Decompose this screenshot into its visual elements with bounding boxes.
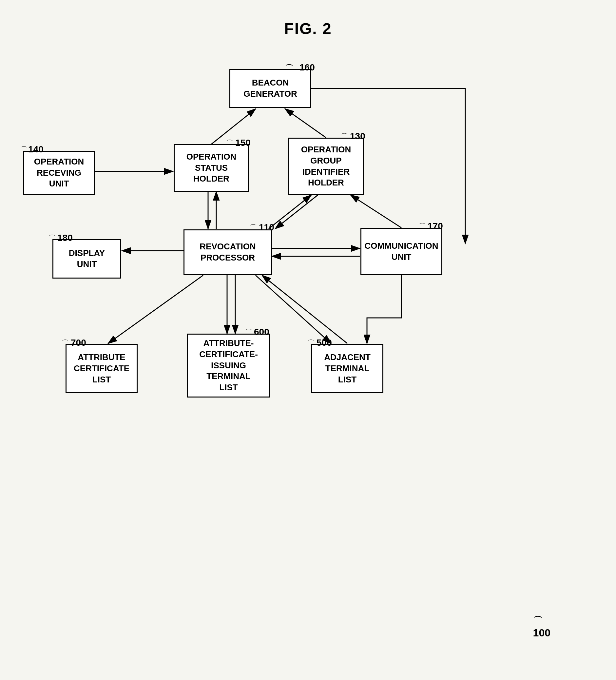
display-unit-marker: ⌒ — [49, 233, 56, 243]
beacon-generator-ref: 160 — [299, 62, 315, 73]
svg-line-17 — [262, 275, 347, 343]
communication-unit-box: COMMUNICATIONUNIT — [360, 228, 442, 275]
operation-group-ref: 130 — [350, 131, 365, 142]
operation-status-ref: 150 — [235, 138, 251, 148]
operation-receiving-marker: ⌒ — [20, 145, 28, 155]
adjacent-terminal-marker: ⌒ — [307, 338, 315, 348]
svg-line-8 — [269, 195, 311, 229]
attribute-cert-list-box: ATTRIBUTECERTIFICATELIST — [65, 344, 138, 393]
operation-receiving-ref: 140 — [28, 144, 43, 155]
display-unit-box: DISPLAYUNIT — [52, 239, 121, 279]
attr-cert-issuing-label: ATTRIBUTE-CERTIFICATE-ISSUINGTERMINALLIS… — [199, 338, 258, 393]
display-unit-label: DISPLAYUNIT — [69, 248, 105, 270]
communication-unit-marker: ⌒ — [419, 222, 426, 231]
revocation-processor-ref: 110 — [259, 222, 274, 233]
adjacent-terminal-box: ADJACENTTERMINALLIST — [311, 344, 383, 393]
revocation-processor-box: REVOCATIONPROCESSOR — [183, 229, 272, 275]
operation-group-box: OPERATIONGROUPIDENTIFIERHOLDER — [288, 138, 364, 195]
revocation-processor-label: REVOCATIONPROCESSOR — [200, 241, 256, 263]
svg-line-13 — [108, 275, 203, 343]
attribute-cert-list-label: ATTRIBUTECERTIFICATELIST — [74, 352, 129, 385]
beacon-generator-label: BEACONGENERATOR — [243, 77, 297, 100]
attribute-cert-list-ref: 700 — [71, 338, 86, 348]
communication-unit-label: COMMUNICATIONUNIT — [365, 240, 438, 263]
attr-cert-issuing-box: ATTRIBUTE-CERTIFICATE-ISSUINGTERMINALLIS… — [187, 334, 270, 398]
diagram-ref-100: ⌒100 — [533, 614, 551, 639]
svg-line-12 — [351, 195, 401, 228]
operation-group-label: OPERATIONGROUPIDENTIFIERHOLDER — [301, 144, 351, 189]
attribute-cert-list-marker: ⌒ — [62, 338, 69, 348]
communication-unit-ref: 170 — [428, 221, 443, 231]
beacon-generator-marker: ⌒ — [285, 63, 293, 74]
adjacent-terminal-ref: 500 — [317, 338, 332, 348]
beacon-generator-box: BEACONGENERATOR — [229, 69, 311, 108]
display-unit-ref: 180 — [57, 233, 73, 243]
revocation-processor-marker: ⌒ — [250, 223, 257, 233]
svg-line-4 — [285, 109, 326, 138]
adjacent-terminal-label: ADJACENTTERMINALLIST — [324, 352, 371, 385]
operation-receiving-label: OPERATIONRECEVINGUNIT — [34, 156, 84, 190]
operation-group-marker: ⌒ — [341, 132, 348, 142]
operation-status-marker: ⌒ — [226, 138, 233, 148]
operation-status-label: OPERATIONSTATUSHOLDER — [186, 151, 237, 185]
operation-status-box: OPERATIONSTATUSHOLDER — [174, 144, 249, 192]
svg-line-7 — [275, 195, 318, 229]
attr-cert-issuing-marker: ⌒ — [245, 328, 252, 337]
attr-cert-issuing-ref: 600 — [254, 327, 269, 337]
operation-receiving-box: OPERATIONRECEVINGUNIT — [23, 151, 95, 195]
page-title: FIG. 2 — [0, 0, 616, 38]
